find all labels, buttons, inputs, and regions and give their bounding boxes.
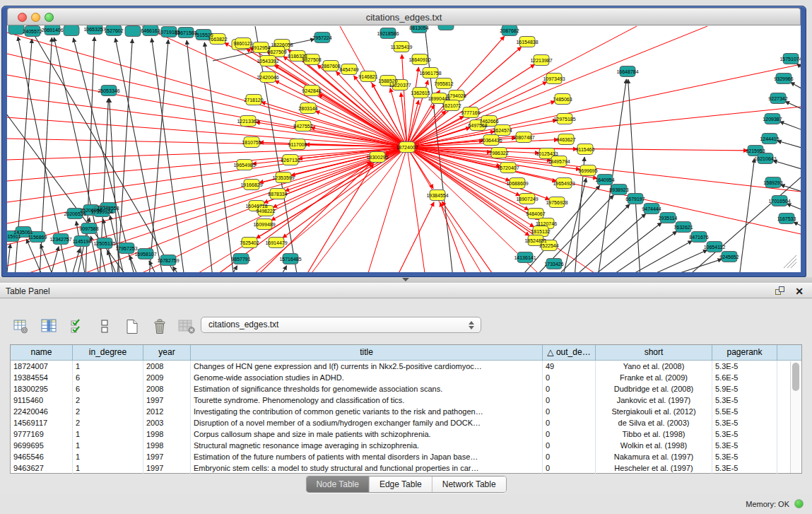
tab-edge-table[interactable]: Edge Table [370, 477, 433, 492]
tab-node-table[interactable]: Node Table [306, 477, 370, 492]
table-cell[interactable]: Jankovic et al. (1997) [596, 395, 712, 406]
table-cell[interactable]: 2009 [143, 372, 191, 383]
table-cell[interactable]: 0 [543, 440, 596, 451]
table-row[interactable]: 1938455462009Genome-wide association stu… [11, 372, 801, 383]
table-cell[interactable]: 9115460 [11, 395, 73, 406]
table-cell[interactable]: 6 [73, 383, 143, 395]
table-cell[interactable]: 49 [543, 361, 596, 372]
table-cell[interactable]: de Silva et al. (2003) [596, 417, 712, 428]
table-cell[interactable]: Structural magnetic resonance image aver… [191, 440, 543, 451]
table-cell[interactable]: Dudbridge et al. (2008) [596, 383, 712, 395]
table-cell[interactable]: 0 [543, 406, 596, 417]
table-cell[interactable]: Tibbo et al. (1998) [596, 428, 712, 440]
table-cell[interactable]: 1997 [143, 395, 191, 406]
table-row[interactable]: 1830029562008Estimation of significance … [11, 383, 801, 395]
table-cell[interactable]: 22420046 [11, 406, 73, 417]
table-cell[interactable]: 18724007 [11, 361, 73, 372]
table-cell[interactable]: 14569117 [11, 417, 73, 428]
network-canvas[interactable]: 2405572206914061065325715276026466162107… [7, 25, 801, 272]
table-cell[interactable]: Nakamura et al. (1997) [596, 451, 712, 462]
close-panel-icon[interactable]: ✕ [795, 285, 804, 298]
column-header-pagerank[interactable]: pagerank [712, 345, 777, 360]
table-cell[interactable]: Corpus callosum shape and size in male p… [191, 428, 543, 440]
table-cell[interactable]: Franke et al. (2009) [596, 372, 712, 383]
table-cell[interactable]: 1 [73, 462, 143, 474]
select-columns-icon[interactable] [68, 318, 86, 335]
table-cell[interactable]: Estimation of the future numbers of pati… [191, 451, 543, 462]
column-header-year[interactable]: year [143, 345, 191, 360]
table-cell[interactable]: 2012 [143, 406, 191, 417]
column-header-short[interactable]: short [596, 345, 712, 360]
table-cell[interactable]: 5.3E-5 [712, 417, 777, 428]
table-cell[interactable]: Investigating the contribution of common… [191, 406, 543, 417]
table-cell[interactable]: Stergiakouli et al. (2012) [596, 406, 712, 417]
table-cell[interactable]: 1 [73, 451, 143, 462]
table-cell[interactable]: 2008 [143, 361, 191, 372]
network-node[interactable] [438, 25, 454, 30]
split-divider-handle[interactable] [402, 278, 409, 281]
table-cell[interactable]: 9699695 [11, 440, 73, 451]
column-header-title[interactable]: title [191, 345, 543, 360]
table-cell[interactable]: Hescheler et al. (1997) [596, 462, 712, 474]
table-cell[interactable]: 6 [73, 372, 143, 383]
table-cell[interactable]: 1998 [143, 428, 191, 440]
network-node[interactable] [8, 25, 24, 35]
table-cell[interactable]: 5.6E-5 [712, 372, 777, 383]
table-row[interactable]: 946554611997Estimation of the future num… [11, 451, 801, 462]
network-window-titlebar[interactable]: citations_edges.txt [7, 8, 801, 25]
table-selector-dropdown[interactable]: citations_edges.txt [201, 317, 481, 333]
row-height-icon[interactable] [95, 318, 114, 335]
table-cell[interactable]: 1 [73, 361, 143, 372]
table-cell[interactable]: Estimation of significance thresholds fo… [191, 383, 543, 395]
table-cell[interactable]: Disruption of a novel member of a sodium… [191, 417, 543, 428]
table-cell[interactable]: 1997 [143, 462, 191, 474]
table-row[interactable]: 946362711997Embryonic stem cells: a mode… [11, 462, 801, 474]
table-cell[interactable]: Genome-wide association studies in ADHD. [191, 372, 543, 383]
delete-table-icon[interactable] [151, 318, 169, 335]
vertical-scrollbar[interactable] [790, 361, 801, 473]
table-row[interactable]: 977716911998Corpus callosum shape and si… [11, 428, 801, 440]
table-cell[interactable]: 5.3E-5 [712, 440, 777, 451]
table-cell[interactable]: 2003 [143, 417, 191, 428]
table-cell[interactable]: 2 [73, 406, 143, 417]
table-cell[interactable]: 0 [543, 372, 596, 383]
table-cell[interactable]: 1997 [143, 451, 191, 462]
table-cell[interactable]: 0 [543, 462, 596, 474]
table-cell[interactable]: 2 [73, 417, 143, 428]
table-row[interactable]: 1456911722003Disruption of a novel membe… [11, 417, 801, 428]
table-cell[interactable]: 0 [543, 451, 596, 462]
table-cell[interactable]: 19384554 [11, 372, 73, 383]
memory-status-indicator-icon[interactable] [794, 499, 804, 508]
network-node[interactable] [64, 25, 79, 36]
table-cell[interactable]: 5.3E-5 [712, 395, 777, 406]
table-cell[interactable]: Yano et al. (2008) [596, 361, 712, 372]
split-divider[interactable] [0, 277, 812, 283]
table-cell[interactable]: 1998 [143, 440, 191, 451]
table-cell[interactable]: 1 [73, 440, 143, 451]
table-cell[interactable]: 5.3E-5 [712, 428, 777, 440]
table-row[interactable]: 911546021997Tourette syndrome. Phenomeno… [11, 395, 801, 406]
table-cell[interactable]: Embryonic stem cells: a model to study s… [191, 462, 543, 474]
table-cell[interactable]: 0 [543, 395, 596, 406]
table-cell[interactable]: 9463627 [11, 462, 73, 474]
table-cell[interactable]: Tourette syndrome. Phenomenology and cla… [191, 395, 543, 406]
table-cell[interactable]: 5.5E-5 [712, 406, 777, 417]
citation-network-graph[interactable]: 2405572206914061065325715276026466162107… [7, 25, 801, 272]
table-cell[interactable]: 0 [543, 428, 596, 440]
table-cell[interactable]: 9465546 [11, 451, 73, 462]
table-cell[interactable]: 5.3E-5 [712, 361, 777, 372]
table-cell[interactable]: 2008 [143, 383, 191, 395]
table-cell[interactable]: 5.3E-5 [712, 451, 777, 462]
table-cell[interactable]: Changes of HCN gene expression and I(f) … [191, 361, 543, 372]
table-row[interactable]: 2242004622012Investigating the contribut… [11, 406, 801, 417]
table-row[interactable]: 969969511998Structural magnetic resonanc… [11, 440, 801, 451]
new-table-icon[interactable] [123, 318, 141, 335]
column-header-out_de[interactable]: △ out_de… [543, 345, 596, 360]
float-panel-icon[interactable] [775, 286, 785, 296]
table-cell[interactable]: 9777169 [11, 428, 73, 440]
show-column-icon[interactable] [40, 318, 59, 335]
network-node[interactable] [125, 26, 141, 37]
table-cell[interactable]: Wolkin et al. (1998) [596, 440, 712, 451]
table-row[interactable]: 1872400712008Changes of HCN gene express… [11, 361, 801, 372]
table-settings-icon[interactable] [13, 318, 31, 335]
